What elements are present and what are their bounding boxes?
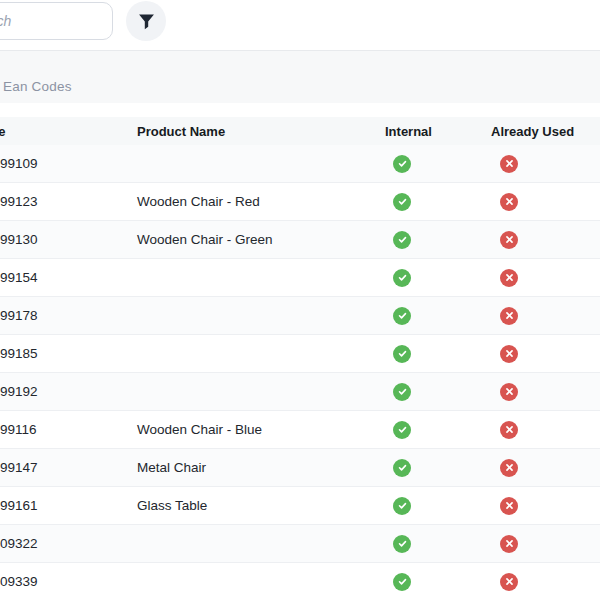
table-header-row: Code Product Name Internal Already Used [0,117,600,145]
check-circle-icon [393,193,411,211]
already-used-cell [491,307,600,325]
x-circle-icon [500,269,518,287]
already-used-cell [491,383,600,401]
already-used-cell [491,269,600,287]
table-row[interactable]: 99178 [0,297,600,335]
check-circle-icon [393,231,411,249]
code-cell: 99130 [0,232,137,247]
already-used-cell [491,193,600,211]
internal-cell [385,573,491,591]
already-used-cell [491,459,600,477]
internal-cell [385,459,491,477]
funnel-icon [138,13,155,30]
check-circle-icon [393,573,411,591]
x-circle-icon [500,459,518,477]
code-cell: 99123 [0,194,137,209]
code-cell: 99154 [0,270,137,285]
x-circle-icon [500,573,518,591]
ean-codes-table: Code Product Name Internal Already Used … [0,117,600,600]
table-row[interactable]: 99161 Glass Table [0,487,600,525]
check-circle-icon [393,535,411,553]
already-used-cell [491,155,600,173]
product-name-cell: Wooden Chair - Green [137,232,385,247]
x-circle-icon [500,421,518,439]
code-cell: 99178 [0,308,137,323]
internal-cell [385,269,491,287]
code-cell: 99116 [0,422,137,437]
check-circle-icon [393,345,411,363]
already-used-cell [491,231,600,249]
product-name-cell: Metal Chair [137,460,385,475]
x-circle-icon [500,383,518,401]
section-band: Ean Codes [0,50,600,103]
product-name-cell: Wooden Chair - Red [137,194,385,209]
x-circle-icon [500,155,518,173]
already-used-cell [491,421,600,439]
x-circle-icon [500,535,518,553]
code-cell: 99185 [0,346,137,361]
code-cell: 99147 [0,460,137,475]
search-input[interactable] [0,2,113,40]
table-row[interactable]: 09339 [0,563,600,600]
check-circle-icon [393,269,411,287]
product-name-cell: Wooden Chair - Blue [137,422,385,437]
table-body: 99109 99123 Wooden Chair - Red [0,145,600,600]
internal-cell [385,497,491,515]
column-header-code: Code [0,124,137,139]
x-circle-icon [500,497,518,515]
table-row[interactable]: 99123 Wooden Chair - Red [0,183,600,221]
already-used-cell [491,573,600,591]
table-row[interactable]: 99185 [0,335,600,373]
table-row[interactable]: 99147 Metal Chair [0,449,600,487]
x-circle-icon [500,193,518,211]
ean-codes-page: { "toolbar": { "search_placeholder": "Se… [0,0,600,600]
code-cell: 09322 [0,536,137,551]
code-cell: 99192 [0,384,137,399]
check-circle-icon [393,155,411,173]
x-circle-icon [500,307,518,325]
internal-cell [385,231,491,249]
table-row[interactable]: 99116 Wooden Chair - Blue [0,411,600,449]
table-row[interactable]: 99154 [0,259,600,297]
x-circle-icon [500,231,518,249]
filter-button[interactable] [126,1,166,41]
internal-cell [385,383,491,401]
product-name-cell: Glass Table [137,498,385,513]
code-cell: 09339 [0,574,137,589]
column-header-product-name: Product Name [137,124,385,139]
check-circle-icon [393,383,411,401]
table-row[interactable]: 99109 [0,145,600,183]
table-row[interactable]: 09322 [0,525,600,563]
toolbar [0,0,600,50]
internal-cell [385,193,491,211]
check-circle-icon [393,307,411,325]
table-row[interactable]: 99192 [0,373,600,411]
spacer [0,103,600,117]
internal-cell [385,307,491,325]
internal-cell [385,421,491,439]
already-used-cell [491,535,600,553]
code-cell: 99109 [0,156,137,171]
check-circle-icon [393,421,411,439]
internal-cell [385,345,491,363]
check-circle-icon [393,459,411,477]
x-circle-icon [500,345,518,363]
internal-cell [385,535,491,553]
already-used-cell [491,345,600,363]
already-used-cell [491,497,600,515]
check-circle-icon [393,497,411,515]
column-header-already-used: Already Used [491,124,600,139]
internal-cell [385,155,491,173]
column-header-internal: Internal [385,124,491,139]
section-title: Ean Codes [3,79,72,94]
table-row[interactable]: 99130 Wooden Chair - Green [0,221,600,259]
code-cell: 99161 [0,498,137,513]
